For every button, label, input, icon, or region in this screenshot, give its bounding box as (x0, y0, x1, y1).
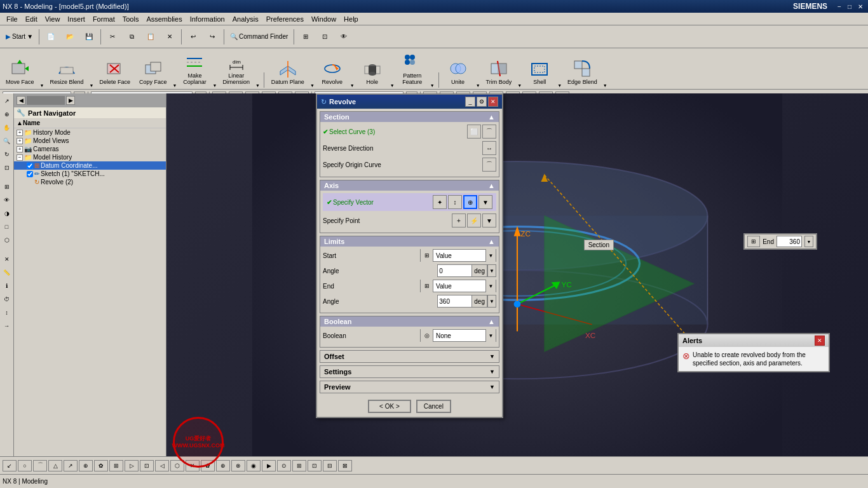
lt-pan[interactable]: ✋ (1, 121, 13, 134)
bt-btn-6[interactable]: ⊕ (79, 460, 93, 471)
shell-tool[interactable]: Shell (524, 57, 555, 88)
tree-datum-coordinate[interactable]: ⊞ Datum Coordinate... (14, 161, 166, 170)
bt-btn-17[interactable]: ◉ (247, 460, 261, 471)
menu-information[interactable]: Information (186, 14, 229, 24)
move-face-tool[interactable]: Move Face (3, 57, 37, 88)
bt-btn-21[interactable]: ⊡ (308, 460, 322, 471)
new-button[interactable]: 📄 (42, 28, 60, 46)
history-expand-btn[interactable]: + (17, 130, 23, 136)
boolean-dropdown-arrow[interactable]: ▼ (485, 329, 496, 342)
menu-window[interactable]: Window (308, 14, 340, 24)
bt-btn-1[interactable]: ↙ (3, 460, 17, 471)
snap-button[interactable]: ⊞ (297, 28, 315, 46)
bt-btn-20[interactable]: ⊞ (292, 460, 306, 471)
menu-help[interactable]: Help (340, 14, 362, 24)
copy-button[interactable]: ⧉ (123, 28, 140, 46)
revolve-dialog-titlebar[interactable]: ↻ Revolve _ ⚙ ✕ (317, 95, 502, 109)
menu-assemblies[interactable]: Assemblies (142, 14, 186, 24)
bt-btn-10[interactable]: ⊡ (140, 460, 154, 471)
point-dropdown-btn[interactable]: ▼ (482, 214, 496, 227)
dialog-close-btn[interactable]: ✕ (488, 97, 498, 107)
model-history-expand-btn[interactable]: − (17, 154, 23, 161)
copy-face-tool[interactable]: Copy Face (136, 57, 170, 88)
lt-shade[interactable]: ◑ (1, 207, 13, 220)
lt-zoom[interactable]: 🔍 (1, 135, 13, 147)
offset-section[interactable]: Offset ▼ (320, 350, 499, 363)
viewport-3d[interactable]: ZC YC XC ↻ Revolve (166, 93, 868, 474)
lt-move[interactable]: ↕ (1, 306, 13, 319)
linear-dimension-tool[interactable]: dim LinearDimension (219, 50, 253, 88)
dialog-minimize-btn[interactable]: _ (465, 97, 475, 107)
bt-btn-4[interactable]: △ (48, 460, 62, 471)
reverse-direction-btn[interactable]: ↔ (482, 141, 496, 155)
lt-info[interactable]: ℹ (1, 280, 13, 292)
start-angle-input[interactable] (437, 264, 472, 277)
vector-active-btn[interactable]: ⊕ (463, 195, 477, 209)
boolean-dropdown[interactable]: ◎ None ▼ (420, 329, 496, 342)
copy-face-arrow[interactable]: ▼ (173, 83, 177, 88)
start-button[interactable]: ▶ Start ▼ (3, 28, 36, 46)
sidebar-next-btn[interactable]: ▶ (66, 96, 75, 105)
cut-button[interactable]: ✂ (104, 28, 121, 46)
edge-blend-arrow[interactable]: ▼ (603, 83, 607, 88)
vector-dropdown-btn[interactable]: ▼ (478, 195, 492, 209)
end-dropdown-arrow[interactable]: ▼ (485, 280, 496, 292)
tree-cameras[interactable]: + 📷 Cameras (14, 145, 166, 153)
lt-measure[interactable]: 📏 (1, 266, 13, 279)
resize-blend-arrow[interactable]: ▼ (90, 83, 94, 88)
bt-btn-18[interactable]: ▶ (262, 460, 276, 471)
settings-section[interactable]: Settings ▼ (320, 365, 499, 378)
lt-snap2[interactable]: ✕ (1, 253, 13, 266)
redo-button[interactable]: ↪ (203, 28, 221, 46)
select-curve-curve-btn[interactable]: ⌒ (482, 125, 496, 139)
shell-arrow[interactable]: ▼ (557, 83, 562, 88)
pattern-feature-tool[interactable]: PatternFeature (397, 50, 428, 88)
bt-btn-11[interactable]: ◁ (155, 460, 169, 471)
unite-tool[interactable]: Unite (443, 57, 473, 88)
axis-header[interactable]: Axis ▲ (320, 180, 499, 191)
vector-reverse-btn[interactable]: ↕ (448, 195, 462, 209)
end-display-icon[interactable]: ⊞ (747, 236, 760, 247)
datum-checkbox[interactable] (27, 163, 33, 169)
menu-analysis[interactable]: Analysis (229, 14, 262, 24)
bt-btn-19[interactable]: ⊙ (277, 460, 291, 471)
end-angle-spin[interactable]: ▼ (487, 295, 496, 308)
lt-rotate[interactable]: ↻ (1, 148, 13, 161)
start-angle-spin[interactable]: ▼ (487, 264, 496, 277)
menu-tools[interactable]: Tools (119, 14, 143, 24)
lt-arrow[interactable]: → (1, 320, 13, 332)
end-angle-input[interactable] (437, 295, 472, 308)
views-expand-btn[interactable]: + (17, 138, 23, 144)
datum-plane-tool[interactable]: Datum Plane (268, 57, 308, 88)
restore-button[interactable]: □ (845, 2, 854, 11)
revolve-tool[interactable]: Revolve (317, 57, 348, 88)
resize-blend-tool[interactable]: Resize Blend (46, 57, 86, 88)
trim-body-arrow[interactable]: ▼ (517, 83, 522, 88)
unite-arrow[interactable]: ▼ (476, 83, 480, 88)
bt-btn-23[interactable]: ⊠ (338, 460, 352, 471)
grid-button[interactable]: ⊡ (316, 28, 334, 46)
end-display-input[interactable] (776, 236, 802, 247)
hole-arrow[interactable]: ▼ (390, 83, 395, 88)
limits-header[interactable]: Limits ▲ (320, 236, 499, 247)
bt-btn-2[interactable]: ○ (18, 460, 32, 471)
cancel-button[interactable]: Cancel (416, 400, 451, 413)
point-add-btn[interactable]: + (452, 214, 466, 227)
bt-btn-3[interactable]: ⌒ (33, 460, 47, 471)
boolean-header[interactable]: Boolean ▲ (320, 316, 499, 327)
delete-button[interactable]: ✕ (161, 28, 179, 46)
move-face-arrow[interactable]: ▼ (40, 83, 44, 88)
ok-button[interactable]: < OK > (368, 400, 411, 413)
tree-history-mode[interactable]: + 📁 History Mode (14, 128, 166, 137)
command-finder-button[interactable]: 🔍 Command Finder (227, 28, 291, 46)
preview-section[interactable]: Preview ▼ (320, 381, 499, 393)
undo-button[interactable]: ↩ (184, 28, 202, 46)
start-dropdown-arrow[interactable]: ▼ (485, 249, 496, 262)
sketch-checkbox[interactable] (27, 171, 33, 177)
bt-btn-22[interactable]: ⊟ (323, 460, 337, 471)
open-button[interactable]: 📂 (61, 28, 79, 46)
datum-plane-arrow[interactable]: ▼ (310, 83, 315, 88)
menu-edit[interactable]: Edit (22, 14, 41, 24)
tree-sketch-1[interactable]: ✏ Sketch (1) "SKETCH... (14, 170, 166, 178)
bt-btn-7[interactable]: ✿ (94, 460, 108, 471)
